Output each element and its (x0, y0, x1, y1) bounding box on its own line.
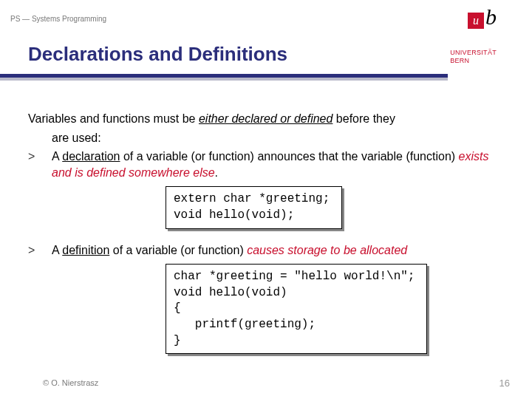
b2-em: causes storage to be allocated (247, 244, 407, 256)
b1-t3: . (215, 166, 218, 179)
intro-post: before they (332, 112, 395, 125)
b2-t1: A (52, 244, 62, 256)
code-block-1-wrap: extern char *greeting; void hello(void); (166, 186, 510, 228)
university-logo: ub (468, 6, 497, 29)
code-block-1: extern char *greeting; void hello(void); (166, 186, 342, 228)
bullet-1-text: A declaration of a variable (or function… (52, 149, 510, 180)
footer-page-number: 16 (499, 378, 510, 389)
b1-t1: A (52, 150, 62, 163)
b2-t2: of a variable (or function) (109, 244, 247, 256)
slide: PS — Systems Programming ub UNIVERSITÄT … (0, 0, 532, 399)
intro-emph: either declared or defined (199, 112, 332, 125)
stripe-light (0, 78, 448, 81)
title-bar: Declarations and Definitions (0, 35, 532, 83)
intro-line2: are used: (52, 130, 510, 146)
footer-copyright: © O. Nierstrasz (43, 378, 98, 387)
intro-line: Variables and functions must be either d… (28, 111, 510, 127)
bullet-2-text: A definition of a variable (or function)… (52, 242, 510, 259)
b1-t2: of a variable (or function) announces th… (120, 150, 459, 163)
course-header: PS — Systems Programming (10, 15, 106, 23)
slide-body: Variables and functions must be either d… (28, 111, 510, 354)
b2-u: definition (62, 244, 109, 256)
bullet-sym: > (28, 242, 52, 259)
slide-title: Declarations and Definitions (28, 43, 287, 66)
intro-pre: Variables and functions must be (28, 112, 199, 125)
bullet-sym: > (28, 149, 52, 180)
bullet-1: > A declaration of a variable (or functi… (28, 149, 510, 180)
logo-b: ub (468, 6, 497, 29)
b1-u: declaration (62, 150, 120, 163)
logo-u-badge: u (468, 13, 484, 29)
logo-b-letter: b (485, 4, 497, 29)
code-block-2: char *greeting = "hello world!\n"; void … (166, 264, 427, 354)
bullet-2: > A definition of a variable (or functio… (28, 242, 510, 259)
code-block-2-wrap: char *greeting = "hello world!\n"; void … (166, 264, 510, 354)
